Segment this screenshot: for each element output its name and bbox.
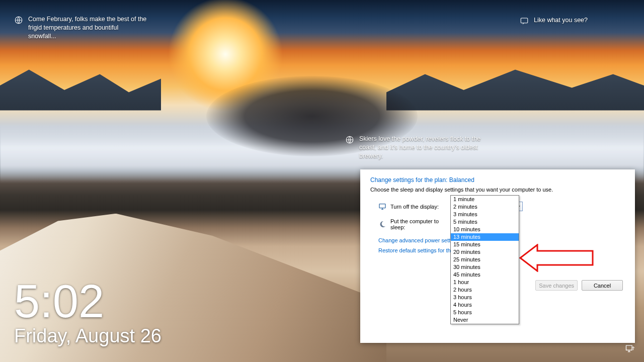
globe-icon: [14, 16, 23, 25]
display-icon: [378, 203, 386, 211]
spotlight-tip-top-left[interactable]: Come February, folks make the best of th…: [14, 15, 147, 41]
lockscreen-clock: 5:02 Friday, August 26: [14, 278, 162, 347]
spotlight-tip-center[interactable]: Skiers love the powder, revelers flock t…: [345, 135, 496, 160]
spotlight-tip-top-right[interactable]: Like what you see?: [520, 16, 588, 26]
spotlight-text: Skiers love the powder, revelers flock t…: [359, 135, 496, 160]
clock-time: 5:02: [14, 278, 162, 324]
clock-date: Friday, August 26: [14, 325, 162, 347]
panel-subtitle: Choose the sleep and display settings th…: [370, 187, 626, 193]
dropdown-option[interactable]: 15 minutes: [451, 241, 519, 248]
dropdown-option[interactable]: 45 minutes: [451, 271, 519, 279]
dropdown-option[interactable]: 5 hours: [451, 309, 519, 316]
globe-icon: [345, 135, 354, 144]
feedback-icon: [520, 17, 529, 26]
dropdown-option[interactable]: 10 minutes: [451, 226, 519, 233]
mountain-silhouette: [0, 65, 161, 111]
dropdown-option[interactable]: 13 minutes: [451, 233, 519, 241]
dropdown-option[interactable]: 1 hour: [451, 279, 519, 286]
dropdown-option[interactable]: 2 minutes: [451, 203, 519, 211]
svg-rect-3: [626, 345, 632, 350]
dropdown-option[interactable]: 2 hours: [451, 286, 519, 294]
mountain-silhouette: [386, 65, 644, 111]
power-options-panel: Change settings for the plan: Balanced C…: [360, 169, 635, 343]
dropdown-option[interactable]: 4 hours: [451, 301, 519, 309]
dropdown-option[interactable]: 25 minutes: [451, 256, 519, 263]
dropdown-option[interactable]: 30 minutes: [451, 263, 519, 271]
dropdown-option[interactable]: 1 minute: [451, 196, 519, 203]
dropdown-option[interactable]: Never: [451, 316, 519, 324]
dropdown-option[interactable]: 3 hours: [451, 294, 519, 301]
panel-title: Change settings for the plan: Balanced: [370, 176, 626, 184]
cancel-button[interactable]: Cancel: [582, 280, 623, 291]
dropdown-option[interactable]: 5 minutes: [451, 218, 519, 226]
svg-rect-1: [521, 18, 528, 23]
row-label: Put the computer to sleep:: [390, 218, 455, 230]
display-timeout-dropdown[interactable]: 1 minute2 minutes3 minutes5 minutes10 mi…: [450, 195, 519, 324]
spotlight-text: Like what you see?: [534, 16, 588, 25]
network-icon[interactable]: [625, 344, 635, 355]
row-label: Turn off the display:: [390, 204, 455, 210]
dropdown-option[interactable]: 3 minutes: [451, 211, 519, 218]
spotlight-text: Come February, folks make the best of th…: [28, 15, 147, 41]
save-changes-button[interactable]: Save changes: [535, 280, 578, 291]
dropdown-option[interactable]: 20 minutes: [451, 248, 519, 256]
svg-rect-4: [379, 204, 385, 208]
sleep-icon: [378, 220, 386, 228]
